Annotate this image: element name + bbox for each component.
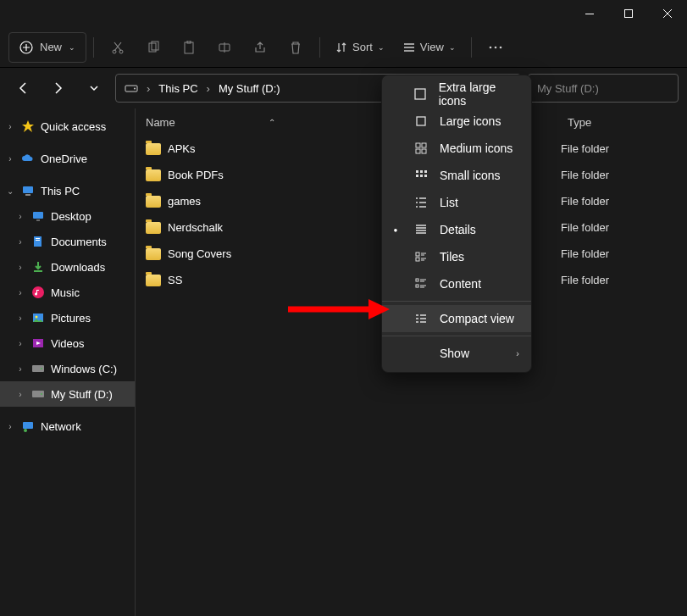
forward-button[interactable] (44, 74, 73, 103)
svg-rect-44 (420, 175, 423, 177)
svg-rect-41 (420, 170, 423, 173)
sidebar-item-my-stuff-d-[interactable]: ›My Stuff (D:) (0, 381, 135, 407)
expander-icon[interactable]: ⌄ (5, 186, 15, 196)
delete-button[interactable] (279, 32, 313, 63)
expander-icon[interactable]: › (15, 364, 25, 374)
folder-icon (146, 196, 161, 208)
lg-icons-icon (414, 114, 428, 128)
breadcrumb-item[interactable]: My Stuff (D:) (219, 82, 280, 95)
sort-icon (335, 42, 347, 53)
expander-icon[interactable]: › (5, 122, 15, 131)
content-icon (414, 277, 428, 291)
sidebar-item-music[interactable]: ›Music (0, 280, 135, 305)
svg-rect-7 (185, 42, 193, 53)
view-button[interactable]: View ⌄ (395, 32, 464, 63)
sidebar-item-quick-access[interactable]: ›Quick access (0, 114, 135, 139)
expander-icon[interactable]: › (15, 288, 25, 297)
svg-rect-17 (25, 194, 30, 196)
expander-icon[interactable]: › (15, 263, 25, 272)
menu-item-compact-view[interactable]: Compact view (382, 305, 531, 332)
svg-rect-20 (34, 236, 42, 247)
sidebar-item-videos[interactable]: ›Videos (0, 330, 135, 356)
pictures-icon (30, 310, 46, 325)
menu-item-label: Compact view (440, 312, 514, 325)
sidebar-item-downloads[interactable]: ›Downloads (0, 254, 135, 280)
sidebar-item-label: Desktop (51, 210, 131, 223)
back-button[interactable] (8, 74, 37, 103)
svg-rect-38 (416, 149, 420, 153)
close-button[interactable] (648, 0, 687, 27)
sort-label: Sort (352, 41, 373, 53)
pc-icon (20, 183, 36, 198)
search-input[interactable]: My Stuff (D:) (528, 74, 679, 103)
view-dropdown-menu: Extra large iconsLarge iconsMedium icons… (381, 75, 532, 373)
drive-icon (125, 83, 138, 93)
menu-separator (382, 301, 531, 302)
maximize-button[interactable] (609, 0, 648, 27)
expander-icon[interactable]: › (15, 212, 25, 221)
menu-item-small-icons[interactable]: Small icons (382, 162, 531, 189)
new-button[interactable]: New ⌄ (8, 32, 86, 63)
menu-item-show[interactable]: Show› (382, 340, 531, 367)
sidebar-item-onedrive[interactable]: ›OneDrive (0, 146, 135, 171)
menu-item-label: Extra large icons (439, 80, 519, 108)
menu-item-medium-icons[interactable]: Medium icons (382, 135, 531, 162)
cut-button[interactable] (101, 32, 135, 63)
menu-item-tiles[interactable]: Tiles (382, 243, 531, 270)
svg-point-25 (36, 316, 38, 319)
sidebar-item-documents[interactable]: ›Documents (0, 229, 135, 254)
file-explorer-window: New ⌄ Sort ⌄ View ⌄ (0, 0, 687, 616)
menu-item-content[interactable]: Content (382, 270, 531, 297)
copy-button[interactable] (136, 32, 170, 63)
expander-icon[interactable]: › (15, 339, 25, 348)
search-placeholder: My Stuff (D:) (537, 82, 599, 95)
column-header-type[interactable]: Type (568, 116, 591, 129)
menu-item-extra-large-icons[interactable]: Extra large icons (382, 80, 531, 108)
sidebar-item-network[interactable]: ›Network (0, 413, 135, 439)
menu-item-large-icons[interactable]: Large icons (382, 108, 531, 135)
sm-icons-icon (414, 169, 428, 182)
menu-item-list[interactable]: List (382, 189, 531, 216)
svg-rect-40 (416, 170, 418, 173)
sidebar-item-label: Quick access (41, 120, 131, 133)
drive-icon (30, 361, 46, 376)
sidebar-item-windows-c-[interactable]: ›Windows (C:) (0, 356, 135, 381)
network-icon (20, 419, 36, 434)
file-type: File folder (561, 195, 609, 208)
sidebar-item-label: Music (51, 286, 131, 299)
svg-rect-47 (416, 258, 419, 261)
paste-button[interactable] (172, 32, 206, 63)
expander-icon[interactable]: › (5, 154, 15, 164)
column-header-name[interactable]: Name ⌃ (146, 116, 383, 129)
breadcrumb-item[interactable]: This PC (158, 82, 197, 95)
svg-point-33 (24, 429, 27, 432)
menu-item-details[interactable]: ●Details (382, 216, 531, 243)
paste-icon (182, 41, 196, 54)
menu-item-label: Medium icons (440, 142, 512, 155)
menu-item-label: Content (440, 277, 481, 291)
sidebar-item-this-pc[interactable]: ⌄This PC (0, 178, 135, 203)
expander-icon[interactable]: › (15, 314, 25, 323)
sort-button[interactable]: Sort ⌄ (327, 32, 393, 63)
nav-row: › This PC › My Stuff (D:) My Stuff (D:) (0, 68, 687, 108)
xl-icons-icon (413, 87, 427, 101)
file-name: Song Covers (168, 247, 231, 260)
delete-icon (289, 41, 302, 54)
details-icon (414, 223, 428, 236)
sidebar-item-label: This PC (41, 185, 131, 197)
expander-icon[interactable]: › (15, 390, 25, 399)
more-button[interactable] (479, 32, 512, 63)
desktop-icon (30, 208, 46, 224)
expander-icon[interactable]: › (5, 422, 15, 431)
file-name: Book PDFs (168, 169, 224, 181)
minimize-button[interactable] (570, 0, 609, 27)
sidebar-item-pictures[interactable]: ›Pictures (0, 305, 135, 330)
expander-icon[interactable]: › (15, 237, 25, 247)
recent-button[interactable] (80, 74, 108, 103)
svg-rect-32 (23, 422, 33, 429)
sidebar-item-desktop[interactable]: ›Desktop (0, 203, 135, 229)
file-name: Nerdschalk (168, 221, 223, 234)
share-button[interactable] (243, 32, 277, 63)
rename-button[interactable] (208, 32, 241, 63)
svg-rect-46 (416, 253, 419, 256)
